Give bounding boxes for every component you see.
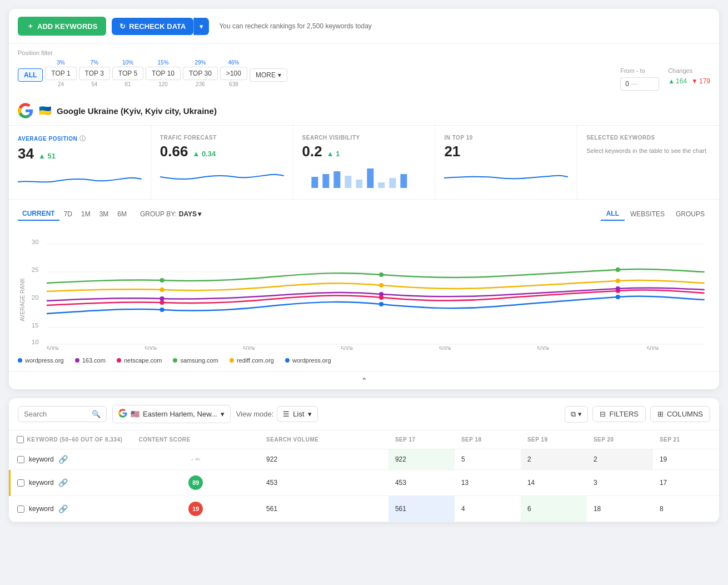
filter-tab-all[interactable]: ALL xyxy=(18,68,43,82)
svg-point-35 xyxy=(616,286,620,291)
svg-text:500k: 500k xyxy=(243,346,256,350)
copy-dropdown-icon: ▾ xyxy=(578,410,582,418)
copy-button[interactable]: ⧉ ▾ xyxy=(565,406,588,423)
view-tab-websites[interactable]: WEBSITES xyxy=(625,208,670,220)
filters-button[interactable]: ⊟ FILTERS xyxy=(592,406,646,422)
svg-rect-2 xyxy=(333,171,340,188)
time-btn-1m[interactable]: 1M xyxy=(77,208,95,220)
group-by-value[interactable]: DAYS ▾ xyxy=(179,210,201,218)
filter-tab-top10-wrap: 15% TOP 10 120 xyxy=(146,60,181,87)
filter-tab-top30[interactable]: TOP 30 xyxy=(183,67,218,80)
view-mode: View mode: ☰ List ▾ xyxy=(236,406,318,422)
svg-point-29 xyxy=(616,295,620,299)
td-sep21-3: 8 xyxy=(653,496,719,522)
th-sep19: SEP 19 xyxy=(521,430,587,449)
th-sep20-label: SEP 20 xyxy=(594,437,614,443)
metric-top10-value: 21 xyxy=(444,143,460,160)
td-sep20-3: 18 xyxy=(587,496,653,522)
main-chart: 30 25 20 15 10 AVERAGE RANK 500k 500k 50… xyxy=(18,227,710,351)
visibility-bar-chart xyxy=(302,166,426,188)
svg-text:15: 15 xyxy=(32,322,39,329)
location-label: Eastern Harlem, New... xyxy=(143,410,217,418)
th-sep17-label: SEP 17 xyxy=(395,437,416,443)
from-to-dash: — xyxy=(631,80,638,88)
columns-button[interactable]: ⊞ COLUMNS xyxy=(650,406,710,422)
th-sep18-label: SEP 18 xyxy=(461,437,482,443)
search-input[interactable] xyxy=(24,410,88,418)
time-btn-3m[interactable]: 3M xyxy=(95,208,113,220)
search-input-wrap[interactable]: 🔍 xyxy=(18,406,107,422)
time-btn-current[interactable]: CURRENT xyxy=(18,207,59,221)
chevron-down-view-icon: ▾ xyxy=(308,410,312,418)
filter-tab-top3[interactable]: TOP 3 xyxy=(79,67,110,80)
view-tab-all[interactable]: ALL xyxy=(601,207,625,221)
filter-tab-more[interactable]: MORE ▾ xyxy=(250,68,287,82)
chevron-up-icon: ⌃ xyxy=(361,376,367,385)
recheck-data-button[interactable]: ↻ RECHECK DATA xyxy=(112,18,193,35)
recheck-note: You can recheck rankings for 2,500 keywo… xyxy=(219,22,371,30)
svg-text:500k: 500k xyxy=(439,346,452,350)
td-sep17-1: 922 xyxy=(388,449,455,470)
position-filter: Position filter ALL 3% TOP 1 24 7% xyxy=(9,44,719,96)
chart-legend: wordpress.org 163.com netscape.com samsu… xyxy=(18,357,710,364)
add-keywords-button[interactable]: ＋ ADD KEYWORDS xyxy=(18,17,106,36)
select-all-checkbox[interactable] xyxy=(17,436,24,443)
row-checkbox-2[interactable] xyxy=(17,479,24,487)
td-sep20-2: 3 xyxy=(587,470,653,496)
list-icon: ☰ xyxy=(283,410,290,418)
row-checkbox-1[interactable] xyxy=(17,456,24,463)
td-sep17-2: 453 xyxy=(388,470,455,496)
view-mode-select[interactable]: ☰ List ▾ xyxy=(277,406,317,422)
row-checkbox-3[interactable] xyxy=(17,505,24,513)
td-search-volume-2: 453 xyxy=(260,470,388,496)
link-icon-1[interactable]: 🔗 xyxy=(58,455,68,464)
th-sep21: SEP 21 xyxy=(653,430,719,449)
filter-tab-top1-wrap: 3% TOP 1 24 xyxy=(45,60,76,87)
filter-icon: ⊟ xyxy=(600,410,606,418)
metric-search-visibility: SEARCH VISIBILITY 0.2 ▲ 1 xyxy=(293,126,436,199)
search-volume-value-3: 561 xyxy=(266,505,277,513)
svg-rect-5 xyxy=(367,168,373,188)
info-icon[interactable]: ⓘ xyxy=(79,135,86,143)
legend-dot-rediff xyxy=(230,358,234,363)
google-location-text: Google Ukraine (Kyiv, Kyiv city, Ukraine… xyxy=(57,106,217,116)
location-select[interactable]: 🇺🇸 Eastern Harlem, New... ▾ xyxy=(112,405,231,423)
group-by-days: DAYS xyxy=(179,210,197,218)
us-flag-icon: 🇺🇸 xyxy=(131,410,139,418)
sep21-value-3: 8 xyxy=(660,505,664,513)
svg-point-33 xyxy=(159,296,164,301)
from-to-label: From - to xyxy=(620,67,659,74)
filter-tab-top5-wrap: 10% TOP 5 81 xyxy=(112,60,143,87)
recheck-dropdown-button[interactable]: ▾ xyxy=(193,18,209,35)
view-tab-groups[interactable]: GROUPS xyxy=(670,208,710,220)
pencil-icon-1[interactable]: ✏ xyxy=(195,455,201,463)
link-icon-3[interactable]: 🔗 xyxy=(58,504,68,513)
metric-visibility-label: SEARCH VISIBILITY xyxy=(302,135,426,141)
change-down: ▼ 179 xyxy=(691,77,710,85)
td-sep19-3: 6 xyxy=(521,496,587,522)
td-sep18-1: 5 xyxy=(455,449,521,470)
sep18-value-1: 5 xyxy=(461,455,465,463)
link-icon-2[interactable]: 🔗 xyxy=(58,478,68,487)
filter-tab-top30-wrap: 29% TOP 30 236 xyxy=(183,60,218,87)
filter-tab-gt100-wrap: 46% >100 638 xyxy=(220,60,247,87)
legend-label-wordpress: wordpress.org xyxy=(25,357,64,364)
svg-point-39 xyxy=(159,278,164,282)
metric-visibility-value: 0.2 xyxy=(302,143,322,160)
collapse-button[interactable]: ⌃ xyxy=(9,371,719,389)
filter-tab-gt100[interactable]: >100 xyxy=(220,67,247,80)
from-to-input[interactable]: 0 — xyxy=(620,77,659,91)
td-search-volume-3: 561 xyxy=(260,496,388,522)
svg-point-40 xyxy=(379,272,383,277)
change-up: ▲ 164 xyxy=(668,77,687,85)
time-btn-6m[interactable]: 6M xyxy=(113,208,131,220)
filter-tab-top10[interactable]: TOP 10 xyxy=(146,67,181,80)
filter-tab-top5[interactable]: TOP 5 xyxy=(112,67,143,80)
sep18-value-3: 4 xyxy=(461,505,465,513)
time-btn-7d[interactable]: 7D xyxy=(59,208,77,220)
table-row: keyword 🔗 - ✏ 922 922 5 2 2 19 xyxy=(10,449,720,470)
sep19-value-1: 2 xyxy=(527,455,531,463)
group-by: GROUP BY: DAYS ▾ xyxy=(140,210,201,218)
filter-tab-top1[interactable]: TOP 1 xyxy=(45,67,76,80)
legend-dot-samsung xyxy=(173,358,177,363)
